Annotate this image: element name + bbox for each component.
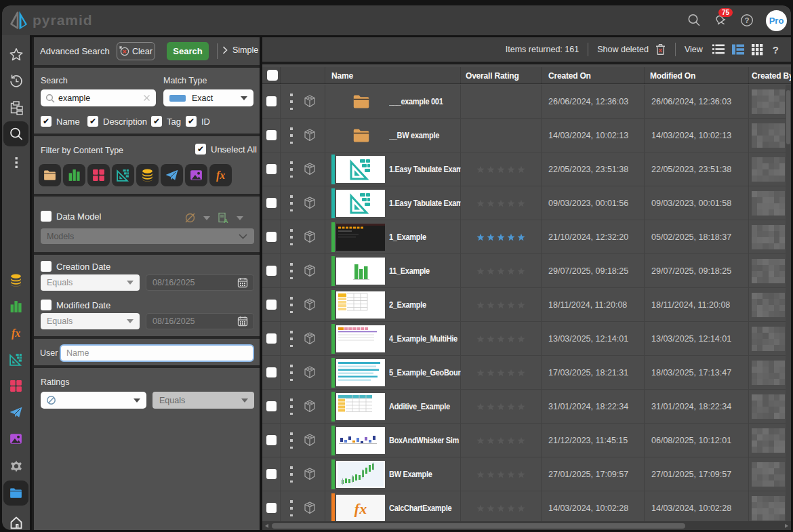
row-checkbox[interactable] [266,401,277,411]
model-cube-icon[interactable] [302,500,318,516]
rating-stars[interactable] [461,322,541,355]
item-name[interactable]: 11_Example [389,254,461,287]
creation-date-checkbox[interactable]: Creation Date [41,261,110,272]
rail-image-button[interactable] [3,426,28,451]
row-menu-icon[interactable] [290,500,293,516]
row-menu-icon[interactable] [290,466,293,483]
rail-database-button[interactable] [3,268,28,293]
model-cube-icon[interactable] [302,331,318,347]
table-row[interactable]: BoxAndWhisker Sim21/12/2023, 11:45:1506/… [262,424,791,457]
grid-help-icon[interactable]: ? [773,44,779,56]
row-menu-icon[interactable] [290,398,293,415]
item-name[interactable]: __BW example [389,119,461,152]
row-menu-icon[interactable] [290,229,293,245]
row-checkbox[interactable] [266,367,277,377]
view-list-icon[interactable] [712,43,725,56]
search-in-id-checkbox[interactable]: ✔ID [186,116,210,127]
item-name[interactable]: BoxAndWhisker Sim [389,424,461,457]
model-cube-icon[interactable] [302,127,318,144]
item-name[interactable]: 1.Easy Tabulate Exam [389,152,461,186]
user-name-input[interactable]: Name [60,344,254,362]
model-cube-icon[interactable] [302,398,318,415]
row-checkbox[interactable] [266,96,277,106]
help-icon[interactable]: ? [739,13,754,28]
item-name[interactable]: 4_Example_MultiHie [389,322,461,355]
rating-stars[interactable] [461,119,541,152]
global-search-icon[interactable] [687,13,702,28]
view-details-icon[interactable] [731,43,745,56]
notifications-icon[interactable]: 75 [713,13,728,28]
row-menu-icon[interactable] [290,263,293,279]
row-checkbox[interactable] [266,198,277,208]
content-type-publish-button[interactable] [161,164,183,186]
rating-stars[interactable] [461,491,541,521]
select-all-checkbox[interactable] [267,70,278,81]
item-name[interactable]: CalcChartExample [389,491,461,521]
row-checkbox[interactable] [266,503,277,513]
column-header-modified-on[interactable]: Modified On [645,67,749,84]
modified-date-checkbox[interactable]: Modified Date [41,300,110,310]
user-avatar[interactable]: Pro [766,10,787,31]
rail-content-folder-button[interactable] [3,480,28,506]
rail-settings-button[interactable] [3,453,28,478]
item-name[interactable]: BW Example [389,457,461,491]
table-row[interactable]: 1.Easy Tabulate Exam22/05/2023, 23:51:38… [262,152,791,186]
column-header-name[interactable]: Name [325,67,461,84]
content-type-folder-button[interactable] [39,164,61,186]
rail-favorites-button[interactable] [3,42,28,67]
row-checkbox[interactable] [266,435,277,445]
rating-stars[interactable] [461,424,541,457]
model-cube-icon[interactable] [302,229,318,245]
model-cube-icon[interactable] [302,432,318,449]
table-row[interactable]: fxCalcChartExample14/03/2024, 10:02:2814… [262,491,791,521]
row-menu-icon[interactable] [290,127,293,144]
row-checkbox[interactable] [266,164,277,174]
content-type-chart-button[interactable] [63,164,85,186]
row-checkbox[interactable] [266,300,277,310]
rail-chart-button[interactable] [3,294,28,319]
item-name[interactable]: 1_Example [389,220,461,253]
rating-stars[interactable] [461,186,541,220]
model-cube-icon[interactable] [302,161,318,178]
row-menu-icon[interactable] [290,365,293,381]
rating-stars[interactable] [461,356,541,389]
content-type-formula-button[interactable]: fx [209,164,232,186]
clear-button[interactable]: Clear [117,42,155,60]
content-type-tabulate-button[interactable] [112,164,134,186]
table-row[interactable]: 1_Example21/10/2024, 12:32:2005/02/2025,… [262,220,791,254]
row-menu-icon[interactable] [290,195,293,211]
row-checkbox[interactable] [266,130,277,140]
content-type-grid-button[interactable] [87,164,110,186]
horizontal-scrollbar[interactable] [262,521,791,530]
pyramid-logo-icon[interactable] [9,10,30,30]
item-name[interactable]: 5_Example_GeoBoun [389,356,461,389]
item-name[interactable]: Additive_Example [389,390,461,423]
clear-search-icon[interactable] [143,94,150,102]
row-menu-icon[interactable] [290,331,293,347]
rail-home-button[interactable] [3,510,28,530]
row-checkbox[interactable] [266,333,277,344]
model-cube-icon[interactable] [302,195,318,211]
row-menu-icon[interactable] [290,94,293,110]
rail-publish-button[interactable] [3,400,28,425]
rail-tabulate-button[interactable] [3,347,28,372]
rating-stars[interactable] [461,254,541,287]
rating-stars[interactable] [461,457,541,491]
rail-grid-button[interactable] [3,373,28,398]
unselect-all-checkbox[interactable]: ✔ Unselect All [195,144,257,155]
table-row[interactable]: ___example 00126/06/2024, 12:36:0326/06/… [262,85,791,119]
search-input[interactable]: example [41,89,156,106]
rail-formula-button[interactable]: fx [3,321,28,346]
row-menu-icon[interactable] [290,161,293,178]
rail-history-button[interactable] [3,68,28,94]
rating-stars[interactable] [461,220,541,253]
rating-stars[interactable] [461,85,541,118]
search-in-description-checkbox[interactable]: ✔Description [87,116,147,127]
scroll-right-arrow-icon[interactable] [785,524,788,528]
column-header-created-by[interactable]: Created By [749,67,788,84]
rating-stars[interactable] [461,390,541,423]
ratings-value-select[interactable] [41,392,146,409]
model-cube-icon[interactable] [302,263,318,279]
horizontal-scrollbar-thumb[interactable] [272,523,685,529]
rating-stars[interactable] [461,288,541,321]
